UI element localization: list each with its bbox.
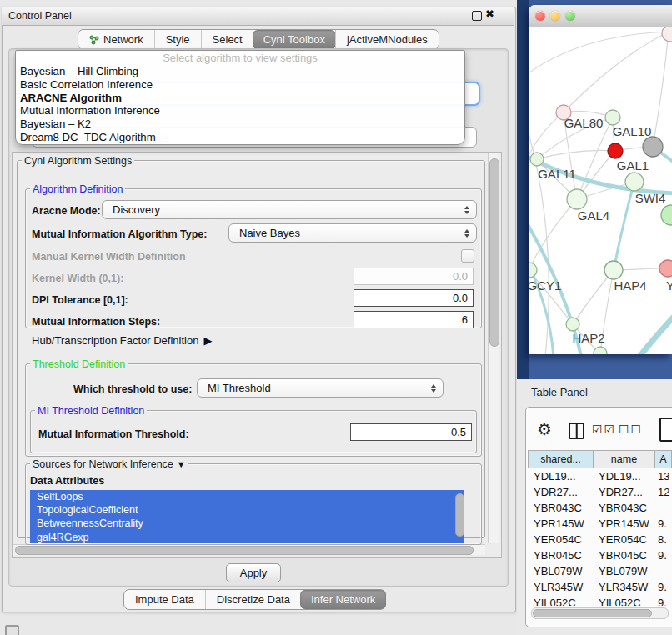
settings-vertical-scrollbar-thumb[interactable] (489, 158, 499, 347)
table-row[interactable]: YER054CYER054C8. (528, 532, 672, 548)
dpi-tolerance-field[interactable]: 0.0 (354, 289, 474, 307)
network-edge-highlighted[interactable] (529, 245, 554, 354)
network-edge[interactable] (529, 32, 669, 77)
tab-style[interactable]: Style (154, 30, 201, 49)
column-header-name[interactable]: name (594, 450, 655, 468)
network-node-hap2[interactable] (566, 318, 579, 331)
column-layout-icon[interactable] (569, 422, 584, 439)
tab-infer-network-label: Infer Network (311, 593, 375, 606)
network-node-gal4[interactable] (567, 189, 587, 209)
tab-discretize-data-label: Discretize Data (217, 593, 290, 606)
kernel-width-field[interactable]: 0.0 (354, 268, 474, 285)
network-edge[interactable] (653, 32, 669, 147)
column-header-shared[interactable]: shared... (528, 450, 594, 468)
sources-title-label: Sources for Network Inference (33, 458, 173, 470)
network-canvas[interactable]: GAL80GAL10GAL11GAL1SWI4GAL4GCY1HAP4YHAP2 (529, 27, 672, 354)
algorithm-option-aracne-algorithm[interactable]: ARACNE Algorithm (16, 92, 464, 105)
data-attributes-list[interactable]: SelfLoopsTopologicalCoefficientBetweenne… (30, 490, 464, 543)
network-node-gal1[interactable] (625, 172, 644, 191)
network-edge[interactable] (564, 32, 669, 112)
tab-jactivemnodules[interactable]: jActiveMNodules (335, 30, 439, 49)
mi-steps-label: Mutual Information Steps: (32, 316, 160, 328)
control-panel-titlebar[interactable] (2, 7, 514, 26)
table-row[interactable]: YIL052CYIL052C9. (528, 595, 672, 606)
table-cell: 9. (655, 581, 672, 593)
table-row[interactable]: YDR27...YDR27...12 (528, 484, 672, 500)
network-node-gal10[interactable] (605, 110, 620, 125)
table-cell: YLR345W (594, 581, 655, 593)
algorithm-option-dream8-dc-tdc-algorithm[interactable]: Dream8 DC_TDC Algorithm (16, 131, 464, 144)
hub-definition-toggle[interactable]: Hub/Transcription Factor Definition▶ (32, 334, 212, 347)
aracne-mode-select[interactable]: Discovery (102, 200, 477, 219)
algorithm-option-bayesian-hill-climbing[interactable]: Bayesian – Hill Climbing (16, 65, 464, 78)
settings-horizontal-scrollbar-thumb[interactable] (15, 546, 474, 555)
mi-threshold-field[interactable]: 0.5 (350, 423, 472, 441)
table-settings-gear-icon[interactable]: ⚙ (537, 419, 552, 439)
network-node[interactable] (594, 347, 607, 354)
network-node-label: GAL10 (613, 124, 652, 138)
mi-steps-field[interactable]: 6 (354, 311, 474, 328)
table-cell: 9. (655, 549, 672, 562)
network-node-label: GAL1 (617, 158, 649, 172)
network-edge-highlighted[interactable] (614, 182, 634, 270)
algorithm-option-basic-correlation-inference[interactable]: Basic Correlation Inference (16, 78, 464, 92)
network-node-gal11[interactable] (530, 152, 544, 166)
minimized-panel-icon[interactable] (5, 625, 19, 635)
network-node[interactable] (608, 143, 623, 158)
attribute-item-topologicalcoefficient[interactable]: TopologicalCoefficient (30, 503, 464, 517)
network-edge[interactable] (573, 270, 614, 324)
algorithm-option-bayesian-k2[interactable]: Bayesian – K2 (16, 118, 464, 131)
sources-group-title[interactable]: Sources for Network Inference▼ (30, 458, 188, 470)
network-node-hap4[interactable] (604, 261, 623, 279)
attribute-item-betweennesscentrality[interactable]: BetweennessCentrality (30, 517, 464, 530)
tab-infer-network[interactable]: Infer Network (300, 590, 386, 609)
table-row[interactable]: YBR045CYBR045C9. (528, 548, 672, 563)
tab-impute-data[interactable]: Impute Data (124, 590, 205, 609)
network-node-y[interactable] (659, 260, 672, 277)
export-table-icon[interactable] (659, 418, 672, 442)
table-cell: YBL079W (528, 565, 594, 578)
attribute-item-gal4rgexp[interactable]: gal4RGexp (30, 531, 464, 543)
network-node[interactable] (643, 137, 663, 157)
network-edge[interactable] (537, 150, 615, 159)
mac-zoom-icon[interactable] (565, 11, 575, 21)
network-node-label: GAL11 (538, 167, 576, 181)
table-horizontal-scrollbar-thumb[interactable] (533, 609, 652, 618)
tab-network[interactable]: Network (78, 30, 154, 49)
tab-cyni-toolbox[interactable]: Cyni Toolbox (253, 30, 336, 49)
network-node-swi4[interactable] (661, 205, 672, 225)
algorithm-option-mutual-information-inference[interactable]: Mutual Information Inference (16, 104, 464, 118)
table-row[interactable]: YLR345WYLR345W9. (528, 579, 672, 595)
manual-kernel-width-checkbox[interactable] (461, 249, 474, 262)
tab-select-label: Select (213, 33, 243, 46)
cyni-algorithm-settings-title: Cyni Algorithm Settings (22, 155, 134, 167)
float-window-icon[interactable] (472, 11, 482, 21)
apply-button[interactable]: Apply (226, 563, 281, 582)
table-cell: YIL052C (594, 597, 655, 606)
table-row[interactable]: YPR145WYPR145W9. (528, 516, 672, 532)
mi-algorithm-type-select[interactable]: Naive Bayes (228, 223, 477, 242)
which-threshold-label: Which threshold to use: (73, 383, 192, 395)
mac-minimize-icon[interactable] (550, 11, 560, 21)
attribute-item-selfloops[interactable]: SelfLoops (30, 490, 464, 503)
close-icon[interactable]: ✖ (485, 8, 494, 20)
network-edge[interactable] (529, 199, 577, 270)
network-node-gcy1[interactable] (529, 262, 537, 278)
which-threshold-value: MI Threshold (208, 382, 271, 394)
network-node[interactable] (662, 27, 672, 42)
network-edge-highlighted[interactable] (635, 308, 672, 354)
tab-select[interactable]: Select (201, 30, 253, 49)
table-cell: YBR043C (528, 502, 594, 514)
mac-close-icon[interactable] (535, 11, 545, 21)
column-header-a[interactable]: A (655, 450, 672, 468)
table-cell: YDR27... (528, 486, 594, 498)
which-threshold-select[interactable]: MI Threshold (197, 378, 444, 398)
tab-discretize-data[interactable]: Discretize Data (205, 590, 301, 609)
table-row[interactable]: YBR043CYBR043C (528, 500, 672, 516)
tab-cyni-toolbox-label: Cyni Toolbox (263, 33, 325, 46)
deselect-all-columns-icon[interactable]: ☐☐ (619, 422, 643, 436)
table-row[interactable]: YBL079WYBL079W (528, 563, 672, 579)
select-all-columns-icon[interactable]: ☑☑ (592, 422, 616, 436)
table-row[interactable]: YDL19...YDL19...13 (528, 468, 672, 484)
attributes-list-scrollbar-thumb[interactable] (455, 493, 464, 537)
